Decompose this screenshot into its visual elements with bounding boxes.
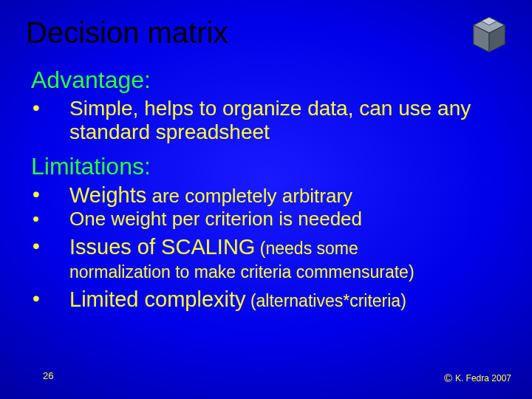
bullet-dot-icon: • — [31, 183, 69, 206]
advantage-item: • Simple, helps to organize data, can us… — [31, 97, 510, 144]
slide-title: Decision matrix — [26, 16, 228, 50]
bullet-dot-icon: • — [31, 287, 69, 310]
advantage-heading: Advantage: — [31, 66, 510, 94]
limitation-text-3: Issues of SCALING (needs some normalizat… — [69, 235, 510, 284]
copyright: ©K. Fedra 2007 — [444, 372, 511, 384]
cube-logo-icon — [468, 15, 510, 56]
limitations-heading: Limitations: — [31, 153, 510, 180]
copyright-icon: © — [444, 372, 452, 384]
bullet-dot-icon: • — [31, 235, 69, 258]
copyright-text: K. Fedra 2007 — [455, 373, 511, 383]
limitation-text-2: One weight per criterion is needed — [69, 208, 510, 231]
limitation-text-1: Weights are completely arbitrary — [69, 183, 510, 208]
limitation-item: • Issues of SCALING (needs some normaliz… — [31, 235, 510, 284]
limitation-item: • Weights are completely arbitrary — [31, 183, 510, 208]
limitation-item: • Limited complexity (alternatives*crite… — [31, 287, 510, 312]
limitation-text-4: Limited complexity (alternatives*criteri… — [69, 287, 510, 312]
slide: Decision matrix Advantage: • Simple, hel… — [0, 0, 532, 399]
content-area: Advantage: • Simple, helps to organize d… — [31, 66, 510, 312]
advantage-text: Simple, helps to organize data, can use … — [69, 97, 510, 144]
page-number: 26 — [43, 370, 53, 381]
bullet-dot-icon: • — [31, 97, 69, 120]
bullet-dot-icon: • — [31, 208, 69, 230]
limitation-item: • One weight per criterion is needed — [31, 208, 510, 231]
